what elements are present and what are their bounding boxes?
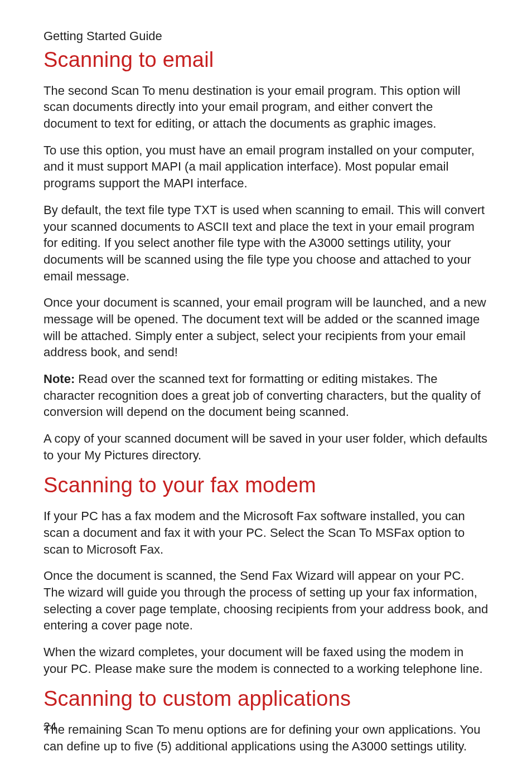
body-paragraph: The remaining Scan To menu options are f… <box>43 721 489 754</box>
body-paragraph: When the wizard completes, your document… <box>43 644 489 677</box>
note-label: Note: <box>43 372 75 386</box>
body-paragraph: A copy of your scanned document will be … <box>43 430 489 463</box>
body-paragraph: Once the document is scanned, the Send F… <box>43 568 489 634</box>
page-header: Getting Started Guide <box>43 29 489 43</box>
body-paragraph: To use this option, you must have an ema… <box>43 142 489 192</box>
body-paragraph: By default, the text file type TXT is us… <box>43 202 489 284</box>
body-paragraph: Once your document is scanned, your emai… <box>43 294 489 361</box>
note-text: Read over the scanned text for formattin… <box>43 372 481 419</box>
body-paragraph: The second Scan To menu destination is y… <box>43 83 489 132</box>
section-heading-scanning-to-fax: Scanning to your fax modem <box>43 473 489 498</box>
section-heading-scanning-to-custom: Scanning to custom applications <box>43 687 489 711</box>
body-paragraph: If your PC has a fax modem and the Micro… <box>43 508 489 558</box>
page-number: 24 <box>43 720 56 733</box>
document-page: Getting Started Guide Scanning to email … <box>0 0 532 761</box>
note-paragraph: Note: Read over the scanned text for for… <box>43 371 489 420</box>
section-heading-scanning-to-email: Scanning to email <box>43 48 489 72</box>
